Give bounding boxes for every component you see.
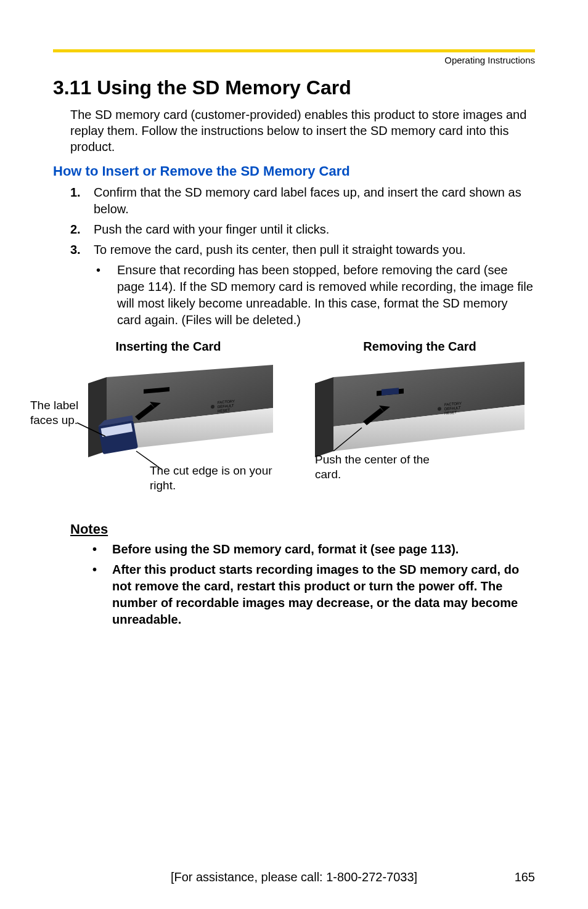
figure-insert: Inserting the Card (53, 340, 284, 497)
svg-marker-17 (315, 377, 333, 457)
intro-paragraph: The SD memory card (customer-provided) e… (70, 107, 535, 155)
label-cut-edge: The cut edge is on your right. (150, 463, 273, 493)
step-2: 2. Push the card with your finger until … (70, 221, 535, 238)
step-3: 3. To remove the card, push its center, … (70, 242, 535, 258)
page-footer: [For assistance, please call: 1-800-272-… (53, 870, 535, 884)
bullet-dot: • (92, 541, 101, 558)
note-item-2: • After this product starts recording im… (92, 561, 535, 628)
figure-insert-caption: Inserting the Card (115, 340, 221, 354)
step-3-sub-bullet: • Ensure that recording has been stopped… (96, 262, 535, 328)
step-number: 1. (70, 184, 83, 218)
figure-remove: Removing the Card (304, 340, 535, 497)
note-text: Before using the SD memory card, format … (112, 541, 459, 558)
top-rule (53, 49, 535, 52)
step-text: Push the card with your finger until it … (94, 221, 329, 238)
step-text: Confirm that the SD memory card label fa… (94, 184, 535, 218)
figure-remove-caption: Removing the Card (363, 340, 476, 354)
footer-assistance: [For assistance, please call: 1-800-272-… (53, 870, 535, 884)
notes-heading: Notes (70, 521, 535, 537)
step-1: 1. Confirm that the SD memory card label… (70, 184, 535, 218)
bullet-dot: • (96, 262, 106, 328)
page-number: 165 (515, 870, 535, 884)
note-text: After this product starts recording imag… (112, 561, 535, 628)
label-push-center: Push the center of the card. (315, 452, 438, 482)
page: Operating Instructions 3.11 Using the SD… (0, 0, 588, 909)
running-head: Operating Instructions (53, 55, 535, 65)
step-text: To remove the card, push its center, the… (94, 242, 466, 258)
step-number: 3. (70, 242, 83, 258)
figure-remove-image: FACTORY DEFAULT RESET Push the center of… (309, 359, 531, 491)
note-item-1: • Before using the SD memory card, forma… (92, 541, 535, 558)
sub-bullet-text: Ensure that recording has been stopped, … (117, 262, 535, 328)
label-faces-up: The label faces up. (30, 398, 92, 428)
figures-row: Inserting the Card (53, 340, 535, 497)
subsection-heading: How to Insert or Remove the SD Memory Ca… (53, 163, 535, 179)
section-title: 3.11 Using the SD Memory Card (53, 76, 535, 99)
ordered-steps: 1. Confirm that the SD memory card label… (70, 184, 535, 328)
figure-insert-image: FACTORY DEFAULT RESET The label faces up… (57, 359, 279, 497)
notes-list: • Before using the SD memory card, forma… (92, 541, 535, 628)
step-number: 2. (70, 221, 83, 238)
bullet-dot: • (92, 561, 101, 628)
